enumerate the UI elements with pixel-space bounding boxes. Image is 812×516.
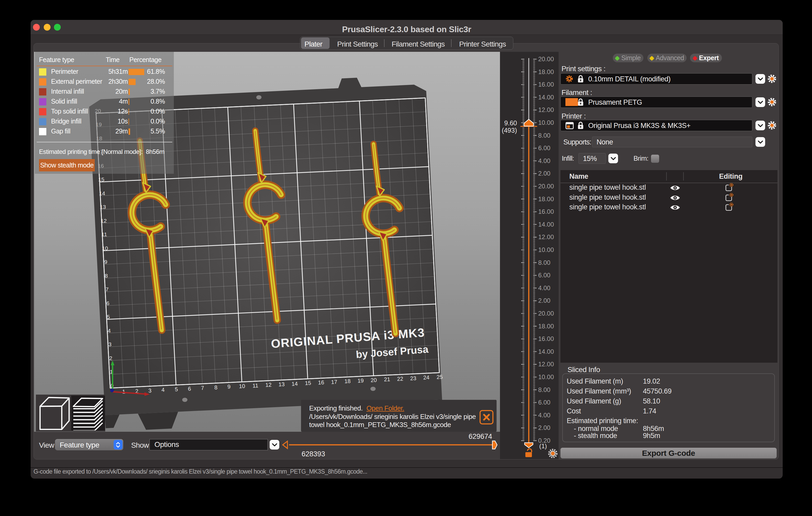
svg-text:20: 20 bbox=[370, 377, 377, 383]
svg-text:12.00: 12.00 bbox=[538, 361, 554, 368]
svg-text:11: 11 bbox=[101, 231, 107, 237]
svg-text:9: 9 bbox=[227, 384, 231, 390]
svg-text:25: 25 bbox=[436, 374, 443, 380]
svg-text:10.00: 10.00 bbox=[538, 119, 554, 126]
svg-text:7: 7 bbox=[106, 286, 109, 292]
svg-text:14: 14 bbox=[291, 381, 298, 387]
svg-text:7: 7 bbox=[201, 385, 204, 391]
svg-text:12.00: 12.00 bbox=[538, 106, 554, 113]
svg-text:24: 24 bbox=[423, 374, 430, 381]
svg-text:5: 5 bbox=[107, 314, 110, 320]
svg-text:6.00: 6.00 bbox=[538, 272, 551, 279]
svg-text:629674: 629674 bbox=[469, 432, 492, 441]
svg-text:20.00: 20.00 bbox=[538, 310, 554, 317]
svg-text:4: 4 bbox=[108, 328, 111, 334]
svg-text:2.00: 2.00 bbox=[538, 297, 551, 304]
svg-text:10.00: 10.00 bbox=[538, 246, 554, 253]
svg-text:22: 22 bbox=[397, 375, 403, 382]
svg-text:16.00: 16.00 bbox=[538, 81, 554, 88]
svg-text:15: 15 bbox=[305, 380, 311, 386]
svg-text:18.00: 18.00 bbox=[538, 68, 554, 75]
svg-text:16.00: 16.00 bbox=[538, 208, 554, 215]
svg-text:12.00: 12.00 bbox=[538, 234, 554, 240]
svg-text:2.00: 2.00 bbox=[538, 170, 551, 177]
svg-text:18.00: 18.00 bbox=[538, 195, 554, 203]
svg-text:8.00: 8.00 bbox=[538, 132, 551, 139]
svg-text:5: 5 bbox=[175, 386, 178, 393]
svg-text:2: 2 bbox=[109, 355, 112, 361]
svg-text:4.00: 4.00 bbox=[538, 284, 551, 292]
svg-text:14.00: 14.00 bbox=[538, 348, 554, 355]
svg-text:628393: 628393 bbox=[301, 450, 325, 458]
svg-text:13: 13 bbox=[100, 204, 106, 210]
svg-text:19: 19 bbox=[357, 377, 364, 384]
svg-text:20.00: 20.00 bbox=[538, 183, 554, 190]
svg-text:9.60: 9.60 bbox=[504, 119, 517, 127]
svg-text:21: 21 bbox=[384, 376, 390, 382]
svg-text:10: 10 bbox=[102, 245, 108, 251]
svg-text:(493): (493) bbox=[502, 127, 517, 134]
svg-text:6: 6 bbox=[188, 386, 191, 392]
svg-text:4.00: 4.00 bbox=[538, 157, 551, 164]
svg-text:8: 8 bbox=[105, 273, 108, 279]
svg-text:10: 10 bbox=[239, 383, 245, 389]
svg-text:12: 12 bbox=[265, 382, 271, 388]
svg-text:20.00: 20.00 bbox=[538, 56, 554, 63]
svg-text:6.00: 6.00 bbox=[538, 399, 551, 406]
svg-text:6.00: 6.00 bbox=[538, 145, 551, 152]
svg-text:16: 16 bbox=[318, 379, 324, 386]
svg-text:12: 12 bbox=[100, 218, 107, 224]
svg-text:23: 23 bbox=[410, 375, 416, 381]
svg-text:14.00: 14.00 bbox=[538, 94, 554, 101]
svg-text:14: 14 bbox=[99, 190, 105, 196]
svg-text:11: 11 bbox=[252, 383, 258, 389]
svg-text:16.00: 16.00 bbox=[538, 335, 554, 342]
svg-text:4.00: 4.00 bbox=[538, 412, 551, 419]
svg-text:8.00: 8.00 bbox=[538, 259, 551, 266]
svg-text:8: 8 bbox=[214, 384, 218, 391]
svg-text:15: 15 bbox=[98, 176, 104, 182]
svg-text:14.00: 14.00 bbox=[538, 221, 554, 228]
svg-text:17: 17 bbox=[331, 378, 337, 385]
svg-text:2.00: 2.00 bbox=[538, 424, 551, 431]
svg-text:3: 3 bbox=[148, 388, 151, 394]
svg-text:18.00: 18.00 bbox=[538, 323, 554, 330]
svg-text:9: 9 bbox=[104, 259, 107, 265]
svg-text:8.00: 8.00 bbox=[538, 386, 551, 393]
svg-text:(1): (1) bbox=[539, 443, 547, 450]
svg-text:3: 3 bbox=[108, 341, 112, 347]
svg-text:1: 1 bbox=[122, 389, 125, 395]
svg-text:10.00: 10.00 bbox=[538, 373, 554, 381]
svg-text:18: 18 bbox=[344, 378, 350, 384]
svg-text:13: 13 bbox=[278, 381, 285, 387]
svg-text:4: 4 bbox=[161, 387, 165, 393]
svg-text:6: 6 bbox=[106, 300, 109, 306]
